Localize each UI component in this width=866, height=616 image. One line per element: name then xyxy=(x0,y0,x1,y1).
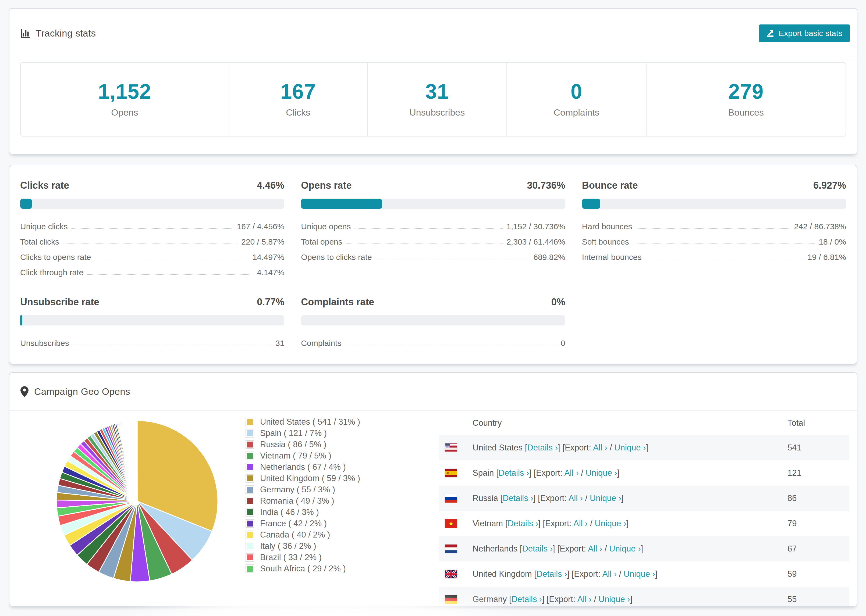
total-cell: 86 xyxy=(787,493,849,503)
legend-swatch xyxy=(246,429,254,437)
stat-detail-value: 18 / 0% xyxy=(819,237,846,247)
details-link[interactable]: Details › xyxy=(499,468,529,478)
export-unique-link[interactable]: Unique › xyxy=(590,493,621,503)
legend-label: Vietnam ( 79 / 5% ) xyxy=(260,451,331,460)
bracket-text: ] [Export: xyxy=(533,493,568,503)
rate-detail-rows: Unique opens1,152 / 30.736%Total opens2,… xyxy=(301,216,565,262)
ru-flag-icon xyxy=(445,494,457,503)
legend-swatch xyxy=(246,531,254,539)
details-link[interactable]: Details › xyxy=(512,594,542,604)
table-row: Russia [Details ›] [Export: All › / Uniq… xyxy=(439,486,849,511)
country-name: Netherlands [ xyxy=(472,544,522,553)
stat-label: Complaints xyxy=(554,107,600,118)
rate-value: 6.927% xyxy=(813,180,846,191)
es-flag-icon xyxy=(445,469,457,477)
legend-item: Russia ( 86 / 5% ) xyxy=(246,439,360,450)
details-link[interactable]: Details › xyxy=(527,443,558,452)
dotted-leader xyxy=(94,259,249,259)
stat-detail-label: Unique clicks xyxy=(20,222,68,231)
rate-block-clicks-rate: Clicks rate4.46%Unique clicks167 / 4.456… xyxy=(20,178,284,277)
country-name: Russia [ xyxy=(472,493,503,503)
legend-item: United States ( 541 / 31% ) xyxy=(246,416,360,427)
table-row: United States [Details ›] [Export: All ›… xyxy=(439,435,849,460)
details-link[interactable]: Details › xyxy=(522,544,553,553)
legend-label: Germany ( 55 / 3% ) xyxy=(260,485,335,495)
gb-flag-icon xyxy=(445,570,457,578)
rate-value: 0% xyxy=(551,297,565,308)
total-cell: 55 xyxy=(787,594,849,604)
bracket-text: ] xyxy=(617,468,620,478)
export-all-link[interactable]: All › xyxy=(588,544,602,553)
stat-detail-row: Unsubscribes31 xyxy=(20,332,284,348)
stat-detail-row: Hard bounces242 / 86.738% xyxy=(582,216,846,231)
stat-cell-bounces: 279Bounces xyxy=(646,63,846,136)
map-pin-icon xyxy=(20,386,29,397)
rate-detail-rows: Unique clicks167 / 4.456%Total clicks220… xyxy=(20,216,284,277)
export-basic-stats-button[interactable]: Export basic stats xyxy=(759,24,850,42)
dotted-leader xyxy=(63,244,238,244)
export-unique-link[interactable]: Unique › xyxy=(609,544,641,553)
export-all-link[interactable]: All › xyxy=(593,443,607,452)
stat-detail-value: 689.82% xyxy=(533,253,565,262)
legend-item: United Kingdom ( 59 / 3% ) xyxy=(246,473,360,484)
total-cell: 121 xyxy=(787,468,849,478)
country-cell: Germany [Details ›] [Export: All › / Uni… xyxy=(472,594,787,604)
dotted-leader xyxy=(73,345,272,345)
bracket-text: ] xyxy=(626,519,628,528)
bracket-text: ] [Export: xyxy=(538,519,573,528)
rate-head: Bounce rate6.927% xyxy=(582,178,846,191)
country-name: Spain [ xyxy=(472,468,499,478)
dotted-leader xyxy=(72,228,233,229)
legend-swatch xyxy=(246,509,254,516)
legend-label: Netherlands ( 67 / 4% ) xyxy=(260,462,346,472)
legend-swatch xyxy=(246,565,254,572)
tracking-stats-card: Tracking stats Export basic stats 1,152O… xyxy=(9,8,857,154)
rate-progress-track xyxy=(301,315,565,325)
table-row: Germany [Details ›] [Export: All › / Uni… xyxy=(439,587,849,607)
pie-legend: United States ( 541 / 31% )Spain ( 121 /… xyxy=(246,416,360,574)
geo-title: Campaign Geo Opens xyxy=(34,386,130,397)
export-unique-link[interactable]: Unique › xyxy=(624,569,655,579)
country-cell: Netherlands [Details ›] [Export: All › /… xyxy=(472,544,787,554)
tracking-stats-header: Tracking stats Export basic stats xyxy=(9,9,857,58)
legend-item: India ( 46 / 3% ) xyxy=(246,507,360,518)
export-all-link[interactable]: All › xyxy=(602,569,616,579)
export-unique-link[interactable]: Unique › xyxy=(599,594,630,604)
details-link[interactable]: Details › xyxy=(537,569,567,579)
export-unique-link[interactable]: Unique › xyxy=(586,468,617,478)
column-header-total: Total xyxy=(787,418,849,428)
export-unique-link[interactable]: Unique › xyxy=(595,519,626,528)
legend-swatch xyxy=(246,542,254,550)
slash-text: / xyxy=(583,493,590,503)
stat-detail-value: 14.497% xyxy=(252,253,284,262)
rate-block-complaints-rate: Complaints rate0%Complaints0 xyxy=(301,294,565,348)
stat-detail-row: Total clicks220 / 5.87% xyxy=(20,231,284,247)
slash-text: / xyxy=(607,443,614,452)
vn-flag-icon xyxy=(445,519,457,528)
stat-detail-label: Hard bounces xyxy=(582,222,632,231)
rate-value: 30.736% xyxy=(527,180,565,191)
legend-swatch xyxy=(246,475,254,482)
rate-head: Opens rate30.736% xyxy=(301,178,565,191)
country-cell: Spain [Details ›] [Export: All › / Uniqu… xyxy=(472,468,787,478)
export-all-link[interactable]: All › xyxy=(568,493,583,503)
legend-item: Brazil ( 33 / 2% ) xyxy=(246,552,360,563)
details-link[interactable]: Details › xyxy=(507,519,538,528)
legend-item: South Africa ( 29 / 2% ) xyxy=(246,563,360,574)
table-header-row: Country Total xyxy=(439,411,849,435)
stat-detail-value: 4.147% xyxy=(257,268,285,277)
export-unique-link[interactable]: Unique › xyxy=(614,443,646,452)
rates-card: Clicks rate4.46%Unique clicks167 / 4.456… xyxy=(9,165,857,364)
stat-label: Unsubscribes xyxy=(409,107,465,118)
export-all-link[interactable]: All › xyxy=(564,468,578,478)
export-all-link[interactable]: All › xyxy=(573,519,587,528)
details-link[interactable]: Details › xyxy=(503,493,533,503)
legend-swatch xyxy=(246,452,254,460)
bracket-text: ] [Export: xyxy=(553,544,588,553)
table-row: Netherlands [Details ›] [Export: All › /… xyxy=(439,536,849,561)
table-row: United Kingdom [Details ›] [Export: All … xyxy=(439,561,849,587)
legend-swatch xyxy=(246,464,254,471)
legend-label: United Kingdom ( 59 / 3% ) xyxy=(260,473,360,483)
export-all-link[interactable]: All › xyxy=(577,594,591,604)
legend-item: Vietnam ( 79 / 5% ) xyxy=(246,450,360,462)
